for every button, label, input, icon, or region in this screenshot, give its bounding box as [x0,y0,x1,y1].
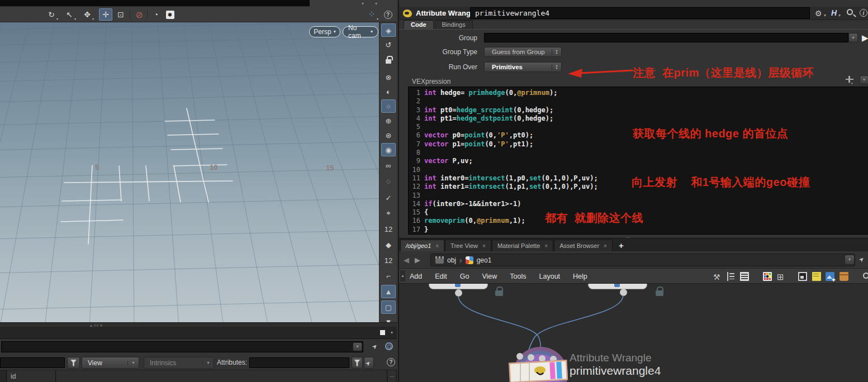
grid-view-icon[interactable] [777,272,786,281]
menu-help[interactable]: Help [573,273,587,280]
move-tool-icon[interactable]: ▾ [80,8,94,21]
code-line[interactable]: 2 [409,97,868,106]
help-icon[interactable]: ? [381,8,395,21]
group-type-dropdown[interactable]: Guess from Group ▲▼ [484,47,562,57]
chevron-down-icon[interactable]: ▾ [362,1,364,6]
code-line[interactable]: 8 [409,149,868,157]
breadcrumb-obj[interactable]: obj [447,256,456,264]
breadcrumb-geo1[interactable]: geo1 [477,256,492,264]
close-icon[interactable]: × [604,243,607,249]
column-overflow-icon[interactable]: ⋯ [388,370,397,382]
view-mode-icon[interactable]: ◈ [381,23,396,37]
group-filter-field[interactable] [0,357,65,368]
new-tab-button[interactable]: + [613,241,629,251]
point-numbers-icon[interactable]: 12 [381,222,396,236]
pane-tab-asset-browser[interactable]: Asset Browser× [554,240,613,251]
sticky-note-icon[interactable] [812,272,821,281]
back-icon[interactable]: ◀ [404,256,409,264]
close-icon[interactable]: × [482,243,486,249]
display-other-objects-icon[interactable]: ◌ [381,174,396,188]
menu-edit[interactable]: Edit [435,273,447,280]
menu-add[interactable]: Add [410,273,422,280]
view-mode-dropdown[interactable]: View ▾ [82,357,139,369]
no-lights-icon[interactable]: ⊗ [381,70,396,84]
menu-view[interactable]: View [482,273,497,280]
node-connector-icon[interactable]: + [846,76,855,84]
column-header-empty[interactable] [56,370,387,382]
code-line[interactable]: 4int pt1=hedge_dstpoint(0,hedge); [409,114,868,123]
tab-code[interactable]: Code [404,20,434,29]
box-select-icon[interactable] [114,8,127,21]
prim-numbers-icon[interactable]: 12 [381,254,396,267]
stop-icon[interactable] [380,330,385,335]
vex-menu-button[interactable]: ▾ [860,75,868,84]
path-dropdown-button[interactable]: ▾ [845,255,855,265]
close-icon[interactable]: × [435,243,439,249]
3d-viewport[interactable]: 5 10 15 Persp▾ No cam▾ [0,22,379,322]
persp-view-button[interactable]: Persp▾ [309,26,340,37]
lock-icon[interactable] [381,55,396,68]
pane-divider[interactable]: ▲ ⠿⠿ ▼ [0,322,397,327]
search-icon[interactable] [847,9,853,15]
code-line[interactable]: 10 [409,166,868,174]
normal-lighting-icon[interactable]: ○ [381,99,396,113]
gear-icon[interactable]: ⚙ [815,9,822,18]
run-over-dropdown[interactable]: Primitives ▲▼ [484,62,562,72]
node-name-field[interactable]: primitivewrangle4 [470,7,810,19]
show-handles-tool-icon[interactable] [99,8,112,21]
search-icon[interactable] [863,273,868,279]
pane-tab-tree-view[interactable]: Tree View× [445,240,491,251]
group-input[interactable] [484,33,848,42]
code-line[interactable]: 14if(inter0>-1&&inter1>-1) [409,200,868,208]
add-image-icon[interactable] [826,272,834,281]
pane-tab--obj-geo1[interactable]: /obj/geo1× [400,240,444,251]
select-tool-icon[interactable]: ▾ [63,8,76,21]
display-hooks-icon[interactable]: ✓ [381,191,396,204]
code-line[interactable]: 9vector P,uv; [409,157,868,165]
help-icon[interactable]: ? [387,358,395,366]
forward-icon[interactable]: ▶ [415,256,420,264]
snap-toggle-icon[interactable] [132,8,146,21]
windows-layout-icon[interactable] [798,272,807,281]
asset-box-icon[interactable] [839,272,848,281]
column-header-id[interactable]: id [7,370,56,382]
pane-expand-icon[interactable]: ▶ [862,33,868,43]
display-points-icon[interactable]: ⌖ [381,207,396,220]
attributes-filter-field[interactable] [249,357,349,368]
network-editor[interactable]: Geometr [399,284,868,382]
pane-tab-material-palette[interactable]: Material Palette× [492,240,553,251]
collapse-menu-icon[interactable]: ▲ [400,270,405,281]
pin-to-node-icon[interactable] [372,343,380,351]
lighting-shadows-icon[interactable]: ⊛ [381,128,396,142]
linked-panes-icon[interactable]: ▾ [365,8,378,21]
code-line[interactable]: 7vector p1=point(0,'P',pt1); [409,140,868,149]
code-line[interactable]: 13 [409,192,868,200]
select-visible-icon[interactable]: ↺ [381,38,396,51]
code-line[interactable]: 17} [409,226,868,234]
color-palette-icon[interactable] [763,272,772,281]
display-primitives-icon[interactable]: ◆ [381,238,396,251]
display-profiles-icon[interactable]: ⌐ [381,269,396,283]
attributes-funnel-button[interactable] [352,357,363,369]
display-normals-icon[interactable]: ▲ [381,285,396,298]
high-quality-lighting-icon[interactable]: ⊕ [381,114,396,127]
follow-selection-icon[interactable] [385,342,393,350]
breadcrumb[interactable]: obj › geo1 [430,254,855,266]
info-icon[interactable]: i [860,9,867,17]
camera-select-button[interactable]: No cam▾ [343,26,378,37]
tree-hierarchy-icon[interactable] [727,272,736,281]
spreadsheet-node-path-field[interactable]: ▾ [1,341,363,352]
filter-funnel-button[interactable] [67,357,80,369]
path-dropdown-button[interactable]: ▾ [353,342,362,351]
chevron-down-icon[interactable]: ▾ [391,331,393,335]
display-options-more-icon[interactable]: ▢ [381,300,396,314]
tools-icon[interactable] [713,272,722,281]
tab-bindings[interactable]: Bindings [435,20,473,29]
close-icon[interactable]: × [544,243,548,249]
flipbook-icon[interactable] [149,8,163,21]
smooth-shaded-icon[interactable]: ◉ [381,143,396,156]
chevron-down-icon[interactable]: ▾ [375,1,377,6]
houdini-help-icon[interactable]: H [831,8,837,17]
menu-layout[interactable]: Layout [539,273,561,280]
pin-attributes-button[interactable] [364,357,374,369]
